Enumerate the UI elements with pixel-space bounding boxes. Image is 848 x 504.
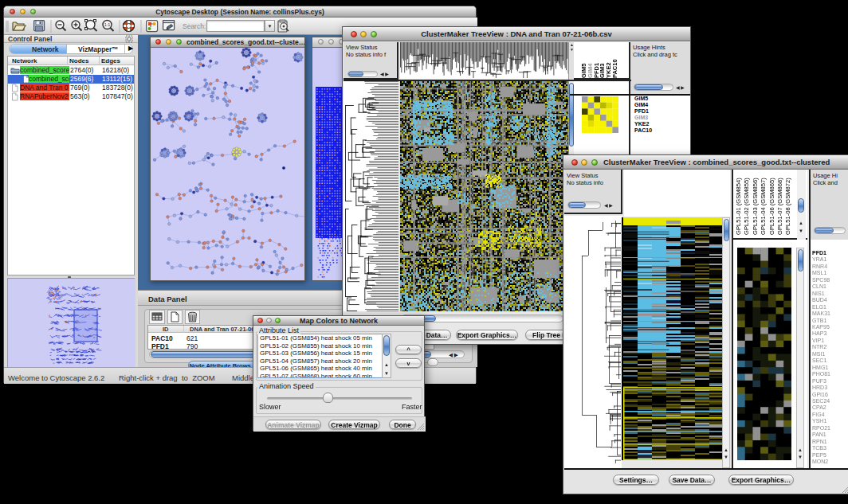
svg-text:1:1: 1:1 [104, 22, 111, 27]
